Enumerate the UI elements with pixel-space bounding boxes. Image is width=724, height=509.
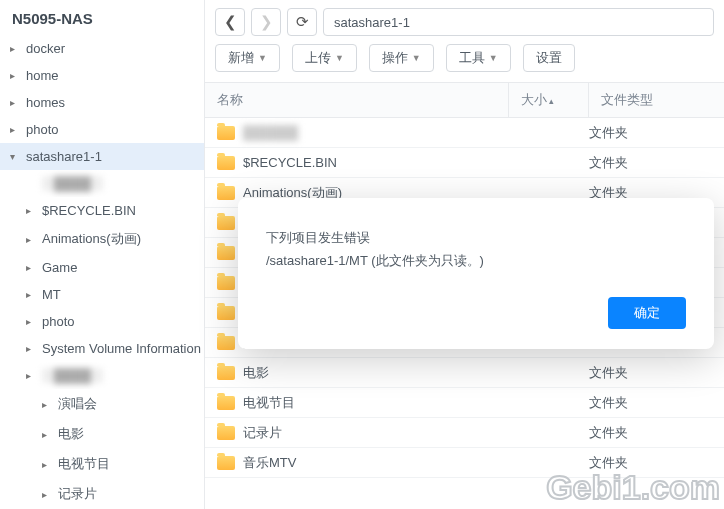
- tree-item[interactable]: ▸████: [0, 362, 204, 389]
- file-type: 文件夹: [589, 154, 724, 172]
- refresh-button[interactable]: ⟳: [287, 8, 317, 36]
- chevron-icon[interactable]: ▸: [42, 489, 52, 500]
- tree-label: ████: [42, 368, 103, 383]
- folder-icon: [217, 366, 235, 380]
- nas-title: N5095-NAS: [0, 0, 204, 35]
- chevron-icon[interactable]: ▸: [26, 205, 36, 216]
- chevron-icon[interactable]: ▸: [10, 124, 20, 135]
- folder-icon: [217, 126, 235, 140]
- tree-item[interactable]: ▸电视节目: [0, 449, 204, 479]
- chevron-icon[interactable]: ▸: [42, 399, 52, 410]
- tree-item[interactable]: ▸photo: [0, 116, 204, 143]
- table-row[interactable]: 电影文件夹: [205, 358, 724, 388]
- file-type: 文件夹: [589, 424, 724, 442]
- folder-icon: [217, 306, 235, 320]
- chevron-icon[interactable]: ▸: [26, 343, 36, 354]
- tree-label: System Volume Information: [42, 341, 201, 356]
- tree-label: homes: [26, 95, 65, 110]
- tree-label: MT: [42, 287, 61, 302]
- folder-icon: [217, 156, 235, 170]
- chevron-icon[interactable]: ▸: [10, 97, 20, 108]
- table-row[interactable]: $RECYCLE.BIN文件夹: [205, 148, 724, 178]
- table-row[interactable]: 电视节目文件夹: [205, 388, 724, 418]
- tree-item[interactable]: ▸docker: [0, 35, 204, 62]
- tree-item[interactable]: ▸记录片: [0, 479, 204, 509]
- ok-button[interactable]: 确定: [608, 297, 686, 329]
- chevron-icon[interactable]: ▸: [10, 43, 20, 54]
- file-type: 文件夹: [589, 454, 724, 472]
- tree-label: home: [26, 68, 59, 83]
- chevron-icon[interactable]: ▸: [26, 289, 36, 300]
- chevron-icon[interactable]: ▾: [10, 151, 20, 162]
- tree-label: photo: [26, 122, 59, 137]
- file-name: 音乐MTV: [243, 454, 296, 472]
- file-name: 电视节目: [243, 394, 295, 412]
- folder-icon: [217, 246, 235, 260]
- file-name: $RECYCLE.BIN: [243, 155, 337, 170]
- folder-tree: ▸docker▸home▸homes▸photo▾satashare1-1▸██…: [0, 35, 204, 509]
- file-name: ██████: [243, 125, 298, 140]
- tree-item[interactable]: ▸电影: [0, 419, 204, 449]
- nav-toolbar: ❮ ❯ ⟳: [205, 0, 724, 44]
- file-name: 记录片: [243, 424, 282, 442]
- error-dialog: 下列项目发生错误 /satashare1-1/MT (此文件夹为只读。) 确定: [238, 198, 714, 349]
- tree-label: 记录片: [58, 485, 97, 503]
- tree-label: satashare1-1: [26, 149, 102, 164]
- forward-button[interactable]: ❯: [251, 8, 281, 36]
- chevron-icon[interactable]: ▸: [10, 70, 20, 81]
- tree-item[interactable]: ▸$RECYCLE.BIN: [0, 197, 204, 224]
- tree-item[interactable]: ▸MT: [0, 281, 204, 308]
- folder-icon: [217, 276, 235, 290]
- file-type: 文件夹: [589, 124, 724, 142]
- tree-label: $RECYCLE.BIN: [42, 203, 136, 218]
- action-button[interactable]: 操作▼: [369, 44, 434, 72]
- tree-item[interactable]: ▸photo: [0, 308, 204, 335]
- folder-icon: [217, 186, 235, 200]
- tree-label: docker: [26, 41, 65, 56]
- tools-button[interactable]: 工具▼: [446, 44, 511, 72]
- tree-item[interactable]: ▸home: [0, 62, 204, 89]
- dialog-message: 下列项目发生错误 /satashare1-1/MT (此文件夹为只读。): [266, 226, 686, 273]
- table-header: 名称 大小▴ 文件类型: [205, 82, 724, 118]
- tree-label: 演唱会: [58, 395, 97, 413]
- back-button[interactable]: ❮: [215, 8, 245, 36]
- col-type[interactable]: 文件类型: [589, 83, 724, 117]
- new-button[interactable]: 新增▼: [215, 44, 280, 72]
- col-size[interactable]: 大小▴: [509, 83, 589, 117]
- action-toolbar: 新增▼ 上传▼ 操作▼ 工具▼ 设置: [205, 44, 724, 82]
- tree-item[interactable]: ▸Game: [0, 254, 204, 281]
- chevron-icon[interactable]: ▸: [26, 370, 36, 381]
- tree-item[interactable]: ▸演唱会: [0, 389, 204, 419]
- file-type: 文件夹: [589, 394, 724, 412]
- folder-icon: [217, 216, 235, 230]
- chevron-icon[interactable]: ▸: [26, 316, 36, 327]
- table-row[interactable]: ██████文件夹: [205, 118, 724, 148]
- tree-label: Animations(动画): [42, 230, 141, 248]
- settings-button[interactable]: 设置: [523, 44, 575, 72]
- folder-icon: [217, 426, 235, 440]
- tree-item[interactable]: ▸System Volume Information: [0, 335, 204, 362]
- chevron-icon[interactable]: ▸: [26, 262, 36, 273]
- sidebar: N5095-NAS ▸docker▸home▸homes▸photo▾satas…: [0, 0, 205, 509]
- tree-item[interactable]: ▸homes: [0, 89, 204, 116]
- tree-item[interactable]: ▸Animations(动画): [0, 224, 204, 254]
- tree-item[interactable]: ▸████: [0, 170, 204, 197]
- upload-button[interactable]: 上传▼: [292, 44, 357, 72]
- table-row[interactable]: 音乐MTV文件夹: [205, 448, 724, 478]
- tree-item[interactable]: ▾satashare1-1: [0, 143, 204, 170]
- folder-icon: [217, 336, 235, 350]
- col-name[interactable]: 名称: [205, 83, 509, 117]
- tree-label: photo: [42, 314, 75, 329]
- tree-label: Game: [42, 260, 77, 275]
- tree-label: 电视节目: [58, 455, 110, 473]
- tree-label: 电影: [58, 425, 84, 443]
- folder-icon: [217, 456, 235, 470]
- folder-icon: [217, 396, 235, 410]
- file-type: 文件夹: [589, 364, 724, 382]
- chevron-icon[interactable]: ▸: [42, 429, 52, 440]
- table-row[interactable]: 记录片文件夹: [205, 418, 724, 448]
- chevron-icon[interactable]: ▸: [26, 234, 36, 245]
- chevron-icon[interactable]: ▸: [42, 459, 52, 470]
- path-input[interactable]: [323, 8, 714, 36]
- tree-label: ████: [42, 176, 103, 191]
